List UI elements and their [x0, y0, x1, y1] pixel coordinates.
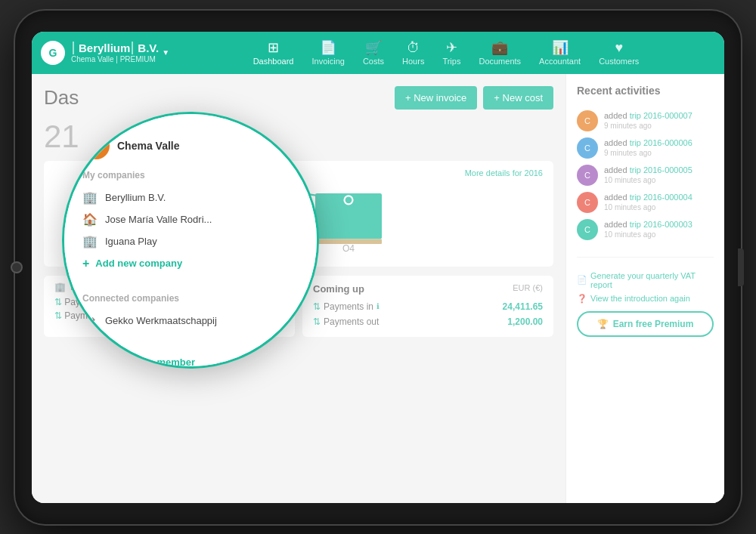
nav-item-costs[interactable]: 🛒 Costs: [355, 36, 392, 69]
tablet-frame: G BerylliumB.V. Chema Valle | PREMIUM ▼ …: [15, 11, 741, 524]
hours-icon: ⏱: [407, 40, 420, 56]
company-dropdown[interactable]: C Chema Valle My companies 🏢 Beryllium B…: [62, 112, 319, 369]
customers-icon: ♥: [615, 40, 623, 56]
nav-item-dashboard[interactable]: ⊞ Dashboard: [246, 36, 302, 69]
nav-item-customers[interactable]: ♥ Customers: [591, 37, 646, 69]
my-companies-label: My companies: [82, 170, 299, 181]
nav-item-hours[interactable]: ⏱ Hours: [395, 37, 432, 69]
company-dropdown-arrow: ▼: [162, 48, 169, 57]
top-nav: G BerylliumB.V. Chema Valle | PREMIUM ▼ …: [32, 32, 724, 74]
dropdown-user-name: Chema Valle: [117, 140, 180, 152]
connected-label: Connected companies: [82, 293, 299, 304]
dropdown-overlay: C Chema Valle My companies 🏢 Beryllium B…: [32, 74, 724, 503]
company-icon-iguana: 🏢: [82, 234, 98, 248]
invoicing-icon: 📄: [320, 39, 336, 56]
company-item-jose[interactable]: 🏠 Jose María Valle Rodri...: [82, 208, 299, 230]
nav-item-documents[interactable]: 💼 Documents: [471, 36, 528, 69]
dropdown-user-row: C Chema Valle: [82, 132, 299, 159]
dropdown-user-avatar: C: [82, 132, 110, 159]
company-item-gekko[interactable]: ⇄ Gekko Werkmaatschappij: [82, 310, 299, 332]
company-item-beryllium[interactable]: 🏢 Beryllium B.V.: [82, 187, 299, 208]
accountant-icon: 📊: [552, 39, 569, 56]
costs-icon: 🛒: [365, 39, 382, 56]
company-icon-jose: 🏠: [82, 212, 98, 227]
trips-icon: ✈: [446, 39, 457, 56]
company-subtitle: Chema Valle | PREMIUM: [71, 55, 159, 63]
company-name: BerylliumB.V.: [71, 42, 159, 55]
plus-icon: +: [82, 257, 89, 270]
app-logo: G: [41, 41, 65, 65]
company-icon-beryllium: 🏢: [82, 190, 98, 205]
documents-icon: 💼: [491, 39, 508, 56]
nav-item-accountant[interactable]: 📊 Accountant: [531, 36, 588, 69]
nav-item-invoicing[interactable]: 📄 Invoicing: [305, 36, 352, 69]
dashboard-icon: ⊞: [268, 39, 279, 56]
nav-items: ⊞ Dashboard 📄 Invoicing 🛒 Costs ⏱ Hours …: [177, 36, 715, 69]
invite-team-member-button[interactable]: 👥 Invite team member: [82, 350, 299, 369]
add-company-button[interactable]: + Add new company: [82, 252, 299, 275]
company-item-iguana[interactable]: 🏢 Iguana Play: [82, 230, 299, 252]
connected-section: Connected companies ⇄ Gekko Werkmaatscha…: [82, 293, 299, 332]
tablet-screen: G BerylliumB.V. Chema Valle | PREMIUM ▼ …: [32, 32, 724, 503]
nav-item-trips[interactable]: ✈ Trips: [435, 36, 468, 69]
company-selector[interactable]: G BerylliumB.V. Chema Valle | PREMIUM ▼: [41, 41, 177, 65]
dropdown-menu: C Chema Valle My companies 🏢 Beryllium B…: [64, 114, 317, 366]
company-icon-gekko: ⇄: [82, 313, 98, 328]
main-content: Das + New invoice + New cost 21 More det…: [32, 74, 724, 503]
